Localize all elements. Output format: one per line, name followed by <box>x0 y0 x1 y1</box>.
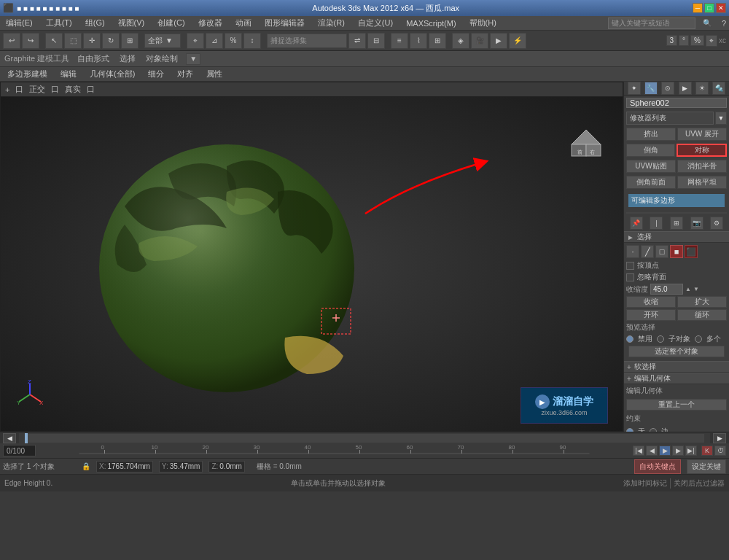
select-all-button[interactable]: 选定整个对象 <box>628 346 725 357</box>
material-editor[interactable]: ◈ <box>452 33 469 49</box>
pin-icon[interactable]: 📌 <box>630 217 643 230</box>
modify-panel-icon active[interactable]: 🔧 <box>644 82 658 95</box>
auto-key-button[interactable]: 自动关键点 <box>634 459 681 474</box>
graphite-option[interactable]: ▼ <box>186 53 200 65</box>
sub-polygon-modeling[interactable]: 多边形建模 <box>4 69 50 79</box>
sub-subdivide[interactable]: 细分 <box>145 69 167 79</box>
uvw-expand-button[interactable]: UVW 展开 <box>677 128 727 141</box>
render-setup[interactable]: 🎥 <box>471 33 488 49</box>
threshold-up[interactable]: ▲ <box>685 286 691 292</box>
close-button[interactable]: ✕ <box>716 3 726 13</box>
key-mode-button[interactable]: K <box>701 446 713 456</box>
modifier-editable-poly[interactable]: 可编辑多边形 <box>628 194 725 207</box>
sub-properties[interactable]: 属性 <box>203 69 225 79</box>
element-icon[interactable]: ⬛ <box>685 245 698 258</box>
threshold-down[interactable]: ▼ <box>693 286 699 292</box>
menu-graph-editor[interactable]: 图形编辑器 <box>262 18 308 28</box>
ignore-backface-checkbox[interactable] <box>626 273 634 281</box>
prev-frame-button[interactable]: ◀ <box>646 446 658 456</box>
help-icon[interactable]: ? <box>722 19 726 28</box>
playhead[interactable] <box>25 433 28 443</box>
add-keyframe-text[interactable]: 添加时间标记 <box>623 478 667 489</box>
loop-button[interactable]: 循环 <box>677 309 727 321</box>
snap-toggle[interactable]: ⌖ <box>187 33 204 49</box>
extrude-button[interactable]: 挤出 <box>626 128 676 141</box>
angle-snap[interactable]: ⊿ <box>206 33 223 49</box>
play-button[interactable]: ▶ <box>659 446 671 456</box>
vertex-icon[interactable]: · <box>626 245 639 258</box>
funnel-icon[interactable]: | <box>650 217 663 230</box>
render-last[interactable]: ⚡ <box>509 33 526 49</box>
constraint-none[interactable] <box>626 428 634 432</box>
radio-subobj[interactable] <box>657 335 664 343</box>
hierarchy-panel-icon[interactable]: ⊙ <box>661 82 674 95</box>
maximize-button[interactable]: □ <box>704 3 714 13</box>
flip-front-button[interactable]: 倒角前面 <box>626 176 676 189</box>
threshold-field[interactable]: 45.0 <box>650 284 683 295</box>
render-frame[interactable]: ▶ <box>490 33 507 49</box>
create-panel-icon[interactable]: ✦ <box>628 82 641 95</box>
viewport[interactable]: + 口 正交 口 真实 口 <box>0 82 623 432</box>
frame-display[interactable]: 0 / 100 <box>3 445 36 456</box>
menu-animation[interactable]: 动画 <box>233 18 254 28</box>
rotate-button[interactable]: ↻ <box>102 33 120 49</box>
menu-modifiers[interactable]: 修改器 <box>195 18 225 28</box>
modifier-list-label[interactable]: 修改器列表 <box>626 112 714 125</box>
redo-button[interactable]: ↪ <box>22 33 39 49</box>
move-button[interactable]: ✛ <box>83 33 101 49</box>
go-start-button[interactable]: |◀ <box>633 446 644 456</box>
schematic-view[interactable]: ⊞ <box>429 33 446 49</box>
motion-panel-icon[interactable]: ▶ <box>679 82 692 95</box>
grid-flat-button[interactable]: 网格平坦 <box>677 176 727 189</box>
viewcube[interactable]: 前 右 <box>564 115 608 159</box>
layer-manager[interactable]: ≡ <box>391 33 408 49</box>
edge-icon[interactable]: ╱ <box>641 245 654 258</box>
window-buttons[interactable]: ─ □ ✕ <box>693 3 726 13</box>
grow-button[interactable]: 扩大 <box>677 296 727 308</box>
uvw-map-button[interactable]: UVW贴图 <box>626 160 676 173</box>
menu-edit[interactable]: 编辑(E) <box>3 18 36 28</box>
z-coord-field[interactable]: Z: 0.0mm <box>208 461 244 472</box>
menu-tools[interactable]: 工具(T) <box>43 18 75 28</box>
sub-geometry-all[interactable]: 几何体(全部) <box>87 69 138 79</box>
select-button[interactable]: ↖ <box>45 33 63 49</box>
menu-group[interactable]: 组(G) <box>82 18 108 28</box>
snap-generic[interactable]: ⌖ <box>706 35 717 47</box>
sub-edit[interactable]: 编辑 <box>58 69 79 79</box>
x-coord-field[interactable]: X: 1765.704mm <box>96 461 153 472</box>
add-half-button[interactable]: 消扣半骨 <box>677 160 727 173</box>
mirror-button[interactable]: ⇌ <box>348 33 366 49</box>
align-button[interactable]: ⊟ <box>367 33 385 49</box>
next-frame-button[interactable]: ▶ <box>672 446 684 456</box>
vp-shading[interactable]: 真实 <box>65 84 81 95</box>
ring-button[interactable]: 开环 <box>626 309 676 321</box>
timeline-scrub[interactable] <box>25 434 704 443</box>
menu-help[interactable]: 帮助(H) <box>467 18 499 28</box>
search-box[interactable]: 键入关键字或短语 <box>608 18 695 29</box>
minimize-button[interactable]: ─ <box>693 3 703 13</box>
menu-customize[interactable]: 自定义(U) <box>355 18 396 28</box>
curve-editor[interactable]: ⌇ <box>410 33 427 49</box>
set-key-button[interactable]: 设定关键 <box>687 459 726 474</box>
graphite-freeform[interactable]: 自由形式 <box>75 53 112 64</box>
radio-disabled[interactable] <box>626 335 634 343</box>
by-vertex-checkbox[interactable] <box>626 262 634 270</box>
timeline-right-btn[interactable]: ▶ <box>713 433 726 443</box>
timeline-left-btn[interactable]: ◀ <box>3 433 16 443</box>
percent-snap[interactable]: % <box>225 33 242 49</box>
spinner-snap[interactable]: ↕ <box>243 33 261 49</box>
menu-render[interactable]: 渲染(R) <box>315 18 348 28</box>
utilities-panel-icon[interactable]: 🔩 <box>712 82 725 95</box>
settings-icon[interactable]: ⚙ <box>710 217 723 230</box>
sub-align[interactable]: 对齐 <box>174 69 196 79</box>
modifier-list-dropdown[interactable]: ▼ <box>715 112 727 125</box>
y-coord-field[interactable]: Y: 35.47mm <box>159 461 203 472</box>
undo-button[interactable]: ↩ <box>3 33 20 49</box>
display-panel-icon[interactable]: ☀ <box>695 82 709 95</box>
border-icon[interactable]: □ <box>655 245 668 258</box>
chamfer-button[interactable]: 倒角 <box>626 144 675 157</box>
menu-create[interactable]: 创建(C) <box>155 18 187 28</box>
polygon-icon[interactable]: ■ <box>670 245 683 258</box>
menu-maxscript[interactable]: MAXScript(M) <box>403 19 459 28</box>
go-end-button[interactable]: ▶| <box>685 446 697 456</box>
